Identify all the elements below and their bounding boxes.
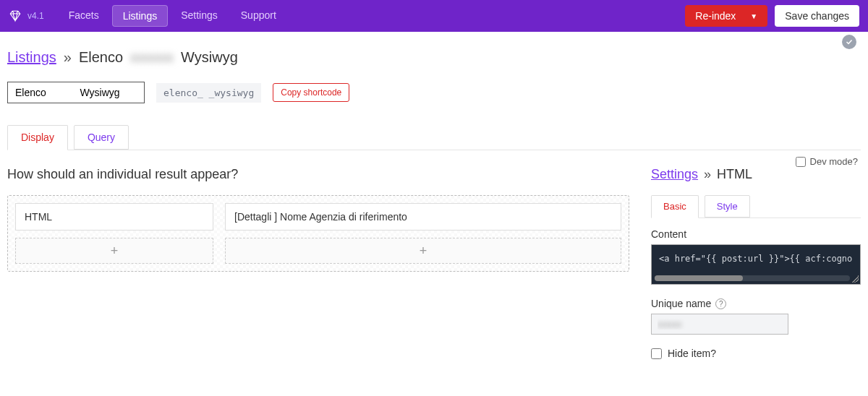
breadcrumb-redacted: xxxxxx — [130, 49, 174, 66]
unique-name-label: Unique name ? — [651, 298, 861, 309]
reindex-button[interactable]: Re-index ▼ — [685, 5, 767, 27]
topbar: v4.1 Facets Listings Settings Support Re… — [0, 0, 868, 32]
nav-listings[interactable]: Listings — [112, 5, 168, 27]
add-item-col1[interactable]: + — [15, 238, 213, 264]
nav-facets[interactable]: Facets — [59, 5, 109, 27]
breadcrumb-mid: Elenco — [79, 49, 123, 66]
main-tabs: Display Query — [7, 125, 861, 150]
diamond-icon — [9, 9, 22, 22]
dev-mode-label: Dev mode? — [810, 156, 858, 167]
main-nav: Facets Listings Settings Support — [59, 5, 286, 27]
tab-basic[interactable]: Basic — [651, 195, 699, 218]
reindex-label: Re-index — [695, 10, 736, 22]
content-code-editor[interactable]: <a href="{{ post:url }}">{{ acf:cogno — [651, 244, 861, 285]
resize-handle-icon[interactable] — [851, 275, 859, 283]
h-scrollbar-thumb[interactable] — [655, 275, 743, 281]
breadcrumb-sep: » — [64, 49, 72, 66]
builder-item-dettagli[interactable]: [Dettagli ] Nome Agenzia di riferimento — [225, 203, 621, 231]
version-label: v4.1 — [27, 11, 44, 21]
settings-bc-sep: » — [704, 167, 711, 182]
unique-name-input[interactable] — [651, 314, 788, 335]
settings-bc-root[interactable]: Settings — [651, 167, 698, 182]
caret-down-icon: ▼ — [750, 12, 757, 20]
brand: v4.1 — [9, 9, 44, 22]
settings-tabs: Basic Style — [651, 195, 861, 218]
dev-mode-checkbox[interactable] — [796, 157, 806, 167]
tab-query[interactable]: Query — [74, 125, 129, 150]
breadcrumb: Listings » Elenco xxxxxx Wysiwyg — [7, 49, 861, 66]
tab-display[interactable]: Display — [7, 125, 68, 150]
hide-item-label: Hide item? — [668, 348, 716, 359]
help-icon[interactable]: ? — [715, 298, 726, 309]
status-badge-row — [0, 32, 868, 49]
status-check-icon — [842, 35, 856, 49]
hide-item-checkbox[interactable] — [651, 348, 662, 359]
settings-bc-leaf: HTML — [717, 167, 752, 182]
add-item-col2[interactable]: + — [225, 238, 621, 264]
layout-builder: HTML + [Dettagli ] Nome Agenzia di rifer… — [7, 195, 629, 272]
slug-display: elenco_ _wysiwyg — [156, 83, 261, 103]
nav-support[interactable]: Support — [231, 5, 286, 27]
settings-breadcrumb: Settings » HTML — [651, 167, 861, 182]
tab-style[interactable]: Style — [705, 195, 750, 218]
content-label: Content — [651, 228, 861, 240]
left-heading: How should an individual result appear? — [7, 167, 629, 182]
breadcrumb-tail: Wysiwyg — [181, 49, 238, 66]
save-button[interactable]: Save changes — [775, 5, 859, 27]
copy-shortcode-button[interactable]: Copy shortcode — [273, 83, 349, 102]
listing-title-input[interactable] — [7, 82, 145, 103]
breadcrumb-root[interactable]: Listings — [7, 49, 56, 66]
builder-item-html[interactable]: HTML — [15, 203, 213, 231]
nav-settings[interactable]: Settings — [171, 5, 228, 27]
